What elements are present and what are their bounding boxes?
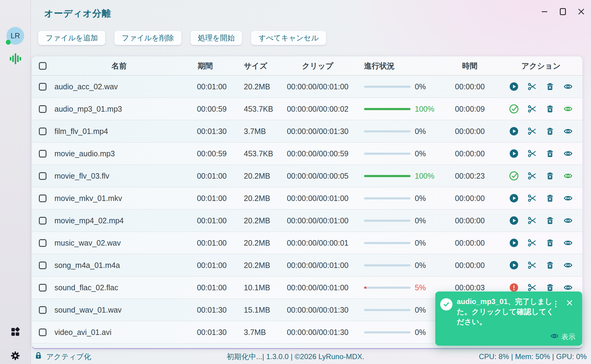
file-name: music_wav_02.wav bbox=[54, 239, 184, 247]
progress-bar bbox=[364, 197, 411, 199]
scissors-icon[interactable] bbox=[527, 82, 537, 91]
eye-icon[interactable] bbox=[563, 216, 573, 225]
toast-view-label: 表示 bbox=[561, 332, 575, 342]
toast-menu-icon[interactable] bbox=[553, 299, 559, 309]
progress-cell: 5% bbox=[354, 283, 441, 292]
progress-cell: 0% bbox=[354, 149, 441, 158]
scissors-icon[interactable] bbox=[527, 194, 537, 203]
check-circle-icon[interactable] bbox=[509, 171, 519, 180]
duration-value: 00:01:00 bbox=[184, 283, 227, 292]
progress-cell: 0% bbox=[354, 127, 441, 136]
file-name: movie_audio.mp3 bbox=[54, 149, 184, 158]
row-checkbox[interactable] bbox=[39, 262, 46, 269]
file-name: movie_flv_03.flv bbox=[54, 172, 184, 180]
progress-bar bbox=[364, 108, 411, 110]
eye-icon[interactable] bbox=[563, 104, 573, 113]
toast-close-icon[interactable] bbox=[565, 298, 574, 307]
remove-files-button[interactable]: ファイルを削除 bbox=[114, 31, 181, 45]
table-row: movie_mp4_02.mp4 00:01:00 20.2MB 00:00:0… bbox=[32, 210, 582, 232]
eye-icon[interactable] bbox=[563, 194, 573, 203]
eye-icon[interactable] bbox=[563, 261, 573, 270]
progress-bar bbox=[364, 153, 411, 155]
scissors-icon[interactable] bbox=[527, 238, 537, 247]
start-processing-button[interactable]: 処理を開始 bbox=[191, 31, 242, 45]
eye-icon[interactable] bbox=[563, 238, 573, 247]
eye-icon[interactable] bbox=[563, 283, 573, 292]
row-checkbox[interactable] bbox=[39, 128, 46, 135]
duration-value: 00:00:59 bbox=[184, 105, 227, 113]
eye-icon[interactable] bbox=[563, 82, 573, 91]
trash-icon[interactable] bbox=[545, 127, 555, 136]
activate-button[interactable]: アクティブ化 bbox=[34, 349, 91, 364]
completion-toast[interactable]: audio_mp3_01、完了しました。クリックして確認してください。 表示 bbox=[435, 292, 582, 346]
row-checkbox[interactable] bbox=[39, 284, 46, 292]
trash-icon[interactable] bbox=[545, 82, 555, 91]
play-icon[interactable] bbox=[509, 216, 519, 225]
time-value: 00:00:23 bbox=[441, 172, 499, 180]
scissors-icon[interactable] bbox=[527, 127, 537, 136]
minimize-button[interactable] bbox=[538, 6, 551, 18]
select-all-checkbox[interactable] bbox=[39, 62, 46, 70]
toast-message: audio_mp3_01、完了しました。クリックして確認してください。 bbox=[457, 296, 556, 327]
add-files-button[interactable]: ファイルを追加 bbox=[38, 31, 105, 45]
play-icon[interactable] bbox=[509, 82, 519, 91]
trash-icon[interactable] bbox=[545, 283, 555, 292]
row-checkbox[interactable] bbox=[39, 105, 46, 113]
check-circle-icon[interactable] bbox=[509, 104, 519, 113]
trash-icon[interactable] bbox=[545, 171, 555, 180]
row-checkbox[interactable] bbox=[39, 329, 46, 336]
progress-bar bbox=[364, 220, 411, 222]
avatar[interactable]: LR bbox=[6, 27, 24, 45]
trash-icon[interactable] bbox=[545, 104, 555, 113]
progress-bar bbox=[364, 287, 411, 289]
lock-icon bbox=[34, 351, 43, 362]
row-checkbox[interactable] bbox=[39, 195, 46, 202]
size-value: 3.7MB bbox=[227, 127, 282, 136]
header-clip: クリップ bbox=[282, 61, 354, 71]
scissors-icon[interactable] bbox=[527, 283, 537, 292]
table-row: movie_audio.mp3 00:00:59 453.7KB 00:00:0… bbox=[32, 143, 582, 165]
progress-percent: 100% bbox=[415, 105, 437, 113]
error-icon[interactable] bbox=[509, 283, 519, 292]
play-icon[interactable] bbox=[509, 149, 519, 158]
scissors-icon[interactable] bbox=[527, 149, 537, 158]
scissors-icon[interactable] bbox=[527, 261, 537, 270]
status-bar: 初期化中...| 1.3.0.0 | ©2026 LyRuno-MDX. アクテ… bbox=[0, 349, 591, 364]
eye-icon[interactable] bbox=[563, 149, 573, 158]
trash-icon[interactable] bbox=[545, 149, 555, 158]
dashboard-grid-icon[interactable] bbox=[9, 326, 21, 338]
trash-icon[interactable] bbox=[545, 216, 555, 225]
audio-waveform-icon[interactable] bbox=[9, 53, 21, 65]
scissors-icon[interactable] bbox=[527, 216, 537, 225]
cancel-all-button[interactable]: すべてキャンセル bbox=[251, 31, 326, 45]
play-icon[interactable] bbox=[509, 127, 519, 136]
file-name: movie_mp4_02.mp4 bbox=[54, 216, 184, 225]
trash-icon[interactable] bbox=[545, 194, 555, 203]
row-checkbox[interactable] bbox=[39, 150, 46, 158]
eye-icon[interactable] bbox=[563, 127, 573, 136]
play-icon[interactable] bbox=[509, 238, 519, 247]
scissors-icon[interactable] bbox=[527, 171, 537, 180]
maximize-button[interactable] bbox=[557, 6, 569, 18]
row-checkbox[interactable] bbox=[39, 306, 46, 314]
row-checkbox[interactable] bbox=[39, 172, 46, 180]
close-button[interactable] bbox=[575, 6, 587, 18]
header-name: 名前 bbox=[54, 61, 184, 71]
time-value: 00:00:00 bbox=[441, 82, 499, 91]
online-status-dot bbox=[6, 40, 11, 45]
play-icon[interactable] bbox=[509, 194, 519, 203]
toast-view-button[interactable]: 表示 bbox=[550, 332, 575, 342]
table-row: movie_flv_03.flv 00:01:00 20.2MB 00:00:0… bbox=[32, 165, 582, 187]
file-name: sound_flac_02.flac bbox=[54, 283, 184, 292]
progress-cell: 100% bbox=[354, 105, 441, 113]
trash-icon[interactable] bbox=[545, 238, 555, 247]
scissors-icon[interactable] bbox=[527, 104, 537, 113]
eye-icon[interactable] bbox=[563, 171, 573, 180]
row-checkbox[interactable] bbox=[39, 217, 46, 225]
row-checkbox[interactable] bbox=[39, 83, 46, 91]
header-size: サイズ bbox=[227, 61, 282, 71]
trash-icon[interactable] bbox=[545, 261, 555, 270]
row-checkbox[interactable] bbox=[39, 239, 46, 247]
size-value: 20.2MB bbox=[227, 261, 282, 270]
play-icon[interactable] bbox=[509, 261, 519, 270]
